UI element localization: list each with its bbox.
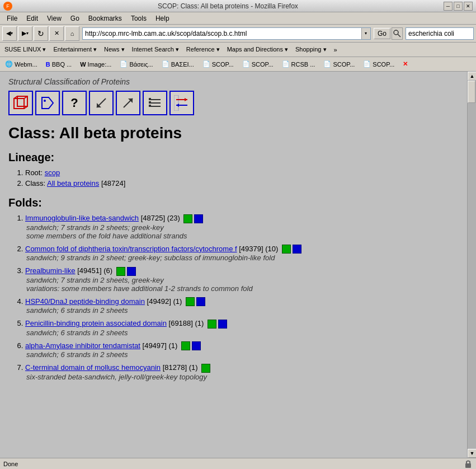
bookmark-bbq[interactable]: B BBQ ... [42,58,76,71]
menu-file[interactable]: File [2,13,22,24]
address-bar: ▾ [82,27,371,40]
bookmark-image[interactable]: W Image:... [76,58,115,71]
fold-2-link[interactable]: Common fold of diphtheria toxin/transcri… [25,245,237,253]
back-button[interactable]: ◀ ▾ [2,26,17,41]
fold-1-link[interactable]: Immunoglobulin-like beta-sandwich [25,214,139,222]
fold-3-link[interactable]: Prealbumin-like [25,266,76,275]
fold-item-6: alpha-Amylase inhibitor tendamistat [494… [25,341,459,359]
topbar-suse[interactable]: SUSE LINUX ▾ [1,44,49,56]
icon-row: ? [8,91,459,115]
close-button[interactable]: ✕ [464,2,473,11]
back-dropdown-icon: ▾ [11,31,13,36]
fold-4-blue-icon [196,297,205,306]
main-heading: Class: All beta proteins [8,124,459,142]
lineage-heading: Lineage: [8,151,459,164]
fold-6-link[interactable]: alpha-Amylase inhibitor tendamistat [25,341,140,350]
bookmark-vaseis2[interactable]: 📄 ΒΑΣΕΙ... [158,58,198,71]
lineage-class-link[interactable]: All beta proteins [47,179,99,187]
menu-help[interactable]: Help [151,13,174,24]
bookmark-scop4[interactable]: 📄 SCOP... [359,58,398,71]
fold-item-1: Immunoglobulin-like beta-sandwich [48725… [25,214,459,240]
fold-1-green-icon [183,214,192,223]
icon-tag[interactable] [35,91,60,115]
bookmark-vaseis2-label: ΒΑΣΕΙ... [171,61,194,68]
fold-1-desc1: sandwich; 7 strands in 2 sheets; greek-k… [26,223,459,232]
lineage-class-label: Class: [25,179,47,187]
bookmark-webm[interactable]: 🌐 Webm... [1,58,41,71]
bookmark-rcsb[interactable]: 📄 RCSB ... [278,58,319,71]
menu-view[interactable]: View [43,13,66,24]
search-icon-btn [392,27,403,40]
bookmark-scop2[interactable]: 📄 SCOP... [238,58,277,71]
svg-rect-16 [149,101,151,104]
menubar: File Edit View Go Bookmarks Tools Help [0,12,476,25]
icon-arrow-right[interactable] [116,91,140,115]
bookmark-scop2-icon: 📄 [242,60,250,68]
fold-7-link[interactable]: C-terminal domain of mollusc hemocyanin [25,363,161,372]
fold-item-3: Prealbumin-like [49451] (6) sandwich; 7 … [25,266,459,293]
icon-arrows-exchange[interactable] [169,91,194,115]
fold-3-blue-icon [127,267,136,276]
fold-4-link[interactable]: HSP40/DnaJ peptide-binding domain [25,297,145,306]
icon-list[interactable] [143,91,167,115]
topbar-reference[interactable]: Reference ▾ [183,44,223,56]
menu-go[interactable]: Go [66,13,84,24]
lineage-root-link[interactable]: scop [45,168,60,177]
address-dropdown-button[interactable]: ▾ [361,28,370,39]
maximize-button[interactable]: □ [454,2,463,11]
svg-point-7 [44,100,46,102]
bookmark-scop4-icon: 📄 [363,60,371,68]
svg-rect-2 [14,99,24,109]
fold-3-extra: [49451] (6) [76,266,115,275]
bookmarks-bar: 🌐 Webm... B BBQ ... W Image:... 📄 Βάσεις… [0,57,476,72]
home-button[interactable]: ⌂ [65,26,79,41]
minimize-button[interactable]: ─ [444,2,453,11]
topbar-maps[interactable]: Maps and Directions ▾ [224,44,291,56]
svg-line-1 [398,34,400,37]
forward-dropdown-icon: ▾ [26,31,29,36]
bookmark-scop1[interactable]: 📄 SCOP... [199,58,238,71]
stop-button[interactable]: ✕ [49,26,64,41]
bookmark-bbq-label: BBQ ... [52,61,72,68]
scroll-down-button[interactable]: ▼ [468,449,476,458]
scrollbar: ▲ ▼ [467,72,476,458]
search-box [406,27,474,40]
fold-4-desc1: sandwich; 6 strands in 2 sheets [26,306,459,315]
fold-item-2: Common fold of diphtheria toxin/transcri… [25,245,459,262]
fold-2-green-icon [282,245,291,254]
fold-5-link[interactable]: Penicillin-binding protein associated do… [25,319,167,327]
menu-bookmarks[interactable]: Bookmarks [84,13,126,24]
fold-2-desc1: sandwich; 9 strands in 2 sheet; greek-ke… [26,254,459,262]
fold-1-desc2: some members of the fold have additional… [26,232,459,240]
scroll-thumb[interactable] [468,81,475,103]
topbar-internet-search[interactable]: Internet Search ▾ [129,44,182,56]
scroll-up-button[interactable]: ▲ [468,72,476,81]
topbar-entertainment[interactable]: Entertainment ▾ [50,44,100,56]
bookmark-scop3[interactable]: 📄 SCOP... [319,58,359,71]
menu-edit[interactable]: Edit [22,13,43,24]
icon-question[interactable]: ? [62,91,87,115]
icon-3d[interactable] [8,91,33,115]
bookmark-webm-label: Webm... [15,61,37,68]
topbar: SUSE LINUX ▾ Entertainment ▾ News ▾ Inte… [0,43,476,57]
go-button[interactable]: Go [374,28,390,39]
search-input[interactable] [406,30,473,37]
bookmark-rcsb-label: RCSB ... [291,61,315,68]
fold-6-extra: [49497] (1) [140,341,180,350]
bookmark-vaseis1[interactable]: 📄 Βάσεις... [116,58,157,71]
folds-heading: Folds: [8,196,459,209]
fold-7-extra: [81278] (1) [161,363,200,372]
scroll-track[interactable] [468,81,476,449]
bookmark-close[interactable]: ✕ [399,58,412,71]
forward-button[interactable]: ▶ ▾ [18,26,32,41]
menu-tools[interactable]: Tools [126,13,151,24]
lineage-root-label: Root: [25,168,45,177]
icon-arrow-left[interactable] [89,91,114,115]
topbar-more[interactable]: » [331,44,341,56]
reload-button[interactable]: ↻ [34,26,48,41]
window-title: SCOP: Class: All beta proteins - Mozilla… [12,2,444,10]
topbar-shopping[interactable]: Shopping ▾ [292,44,330,56]
svg-marker-19 [185,98,187,101]
topbar-news[interactable]: News ▾ [101,44,128,56]
address-input[interactable] [83,30,361,37]
